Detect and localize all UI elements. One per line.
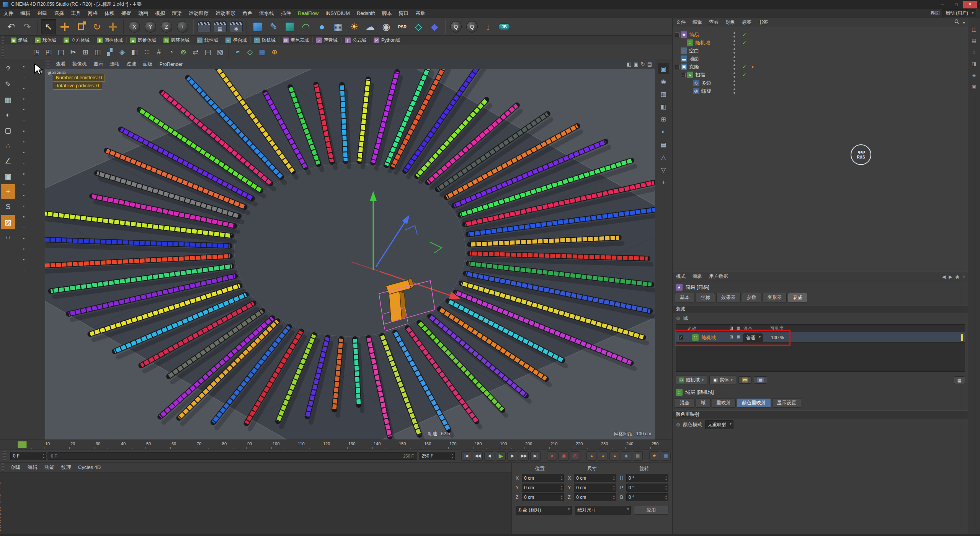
view-strip-icon-8[interactable]: △ <box>658 151 669 163</box>
modeling-tool-20[interactable]: ▦ <box>256 46 268 58</box>
left-palette-icon-17[interactable]: ▪ <box>18 233 29 243</box>
menu-网格[interactable]: 网格 <box>84 9 101 18</box>
coord-field-位置-Z[interactable]: 0 cm▲▼ <box>522 493 564 501</box>
menu-窗口[interactable]: 窗口 <box>395 9 412 18</box>
search-icon[interactable] <box>954 19 960 26</box>
reset-psr-button[interactable]: PSR <box>395 19 410 34</box>
field-layer-row[interactable]: ✓∷∷随机域◨▦普通100 % <box>676 332 965 343</box>
modeling-tool-15[interactable]: ▤ <box>202 46 214 58</box>
field-enabled-checkbox[interactable]: ✓ <box>678 335 683 340</box>
help-tool[interactable]: ? <box>1 62 15 76</box>
plugin-jb-icon[interactable]: JB <box>497 19 512 34</box>
field-button-圆柱体域[interactable]: ▮圆柱体域 <box>93 36 126 45</box>
modeling-tool-6[interactable]: ◫ <box>92 46 103 58</box>
menu-INSYDIUM[interactable]: INSYDIUM <box>322 9 353 18</box>
menu-流水线[interactable]: 流水线 <box>256 9 278 18</box>
visibility-dots[interactable] <box>733 72 736 78</box>
field-button-Python域[interactable]: PPython域 <box>370 36 403 45</box>
timeline-range-slider[interactable]: 0 F250 F <box>47 452 417 460</box>
keyframe-pla-toggle[interactable]: ▦ <box>633 451 643 461</box>
field-button-声音域[interactable]: ♪声音域 <box>313 36 341 45</box>
modeling-tool-5[interactable]: ⊞ <box>80 46 91 58</box>
expander-icon[interactable]: − <box>675 33 679 37</box>
lock-x-axis[interactable]: X <box>127 19 142 34</box>
menu-运动跟踪[interactable]: 运动跟踪 <box>185 9 212 18</box>
menu-角色[interactable]: 角色 <box>239 9 256 18</box>
menu-帮助[interactable]: 帮助 <box>412 9 429 18</box>
viewport-canvas[interactable] <box>45 69 655 440</box>
view-strip-icon-1[interactable]: ▣ <box>658 63 669 74</box>
modeling-tool-11[interactable]: # <box>153 46 165 58</box>
view-strip-icon-9[interactable]: ▽ <box>658 164 669 175</box>
current-frame-field[interactable]: 0 F▲▼ <box>10 452 46 460</box>
coord-field-旋转-P[interactable]: 0 °▲▼ <box>626 484 668 492</box>
enabled-check[interactable]: ✓ <box>742 64 746 70</box>
visibility-dots[interactable] <box>733 31 736 38</box>
menu-运动图形[interactable]: 运动图形 <box>212 9 239 18</box>
menu-创建[interactable]: 创建 <box>34 9 51 18</box>
menu-脚本[interactable]: 脚本 <box>378 9 395 18</box>
menu-捕捉[interactable]: 捕捉 <box>118 9 135 18</box>
layout-dropdown[interactable]: 启动 (用户) <box>942 9 976 17</box>
tab-坐标[interactable]: 坐标 <box>696 293 715 302</box>
sphere-generator[interactable]: ● <box>314 19 330 34</box>
left-palette-icon-20[interactable]: ▫ <box>18 265 29 275</box>
coord-field-尺寸-Y[interactable]: 0 cm▲▼ <box>574 484 616 492</box>
visibility-dots[interactable] <box>733 64 736 70</box>
rail-icon-6[interactable]: ▣ <box>970 82 978 91</box>
spinner-icon[interactable]: ▲▼ <box>451 453 454 459</box>
field-button-圆环体域[interactable]: ◎圆环体域 <box>160 36 193 45</box>
rail-icon-5[interactable]: ◈ <box>970 71 978 79</box>
field-quick-add-button[interactable]: ∷随机域▾ <box>676 376 707 384</box>
enabled-check[interactable]: ✓ <box>742 72 746 78</box>
modeling-tool-12[interactable]: ◔ <box>165 46 177 58</box>
object-row-地面[interactable]: ▬地面 <box>673 55 968 63</box>
field-button-圆锥体域[interactable]: ▲圆锥体域 <box>127 36 160 45</box>
layer-tab-颜色重映射[interactable]: 颜色重映射 <box>737 398 771 408</box>
edges-mode[interactable]: ∠ <box>1 154 15 168</box>
attr-menu-用户数据[interactable]: 用户数据 <box>706 273 732 280</box>
blend-mode-dropdown[interactable]: 普通 <box>743 333 763 342</box>
view-strip-icon-3[interactable]: ▦ <box>658 88 669 100</box>
play-button[interactable]: ▶ <box>496 451 506 461</box>
object-row-扫描[interactable]: −≈扫描✓ <box>673 71 968 79</box>
left-palette-icon-1[interactable]: ▪ <box>18 62 29 72</box>
visibility-dots[interactable] <box>733 80 736 87</box>
live-selection-tool[interactable]: ↖ <box>41 19 56 34</box>
tab-效果器[interactable]: 效果器 <box>716 293 741 302</box>
spinner-icon[interactable]: ▲▼ <box>560 475 563 481</box>
apply-button[interactable]: 应用 <box>634 506 668 515</box>
object-row-随机域[interactable]: ∷随机域✓ <box>673 39 968 47</box>
modeling-tool-13[interactable]: ⊚ <box>178 46 189 58</box>
material-menu-编辑[interactable]: 编辑 <box>24 464 41 471</box>
left-palette-icon-12[interactable]: ▫ <box>18 180 29 190</box>
tab-变形器[interactable]: 变形器 <box>763 293 787 302</box>
keyframe-rotation-toggle[interactable]: ● <box>609 451 619 461</box>
viewport-menu-显示[interactable]: 显示 <box>90 61 107 67</box>
left-palette-icon-15[interactable]: ▪ <box>18 212 29 222</box>
visibility-dots[interactable] <box>733 39 736 46</box>
add-cube-object[interactable] <box>250 19 265 34</box>
scale-tool[interactable] <box>73 19 88 34</box>
left-palette-icon-14[interactable]: ▫ <box>18 201 29 211</box>
folder-layer-button[interactable]: ▭ <box>738 376 751 384</box>
om-menu-书签[interactable]: 书签 <box>755 19 771 26</box>
make-editable-tool[interactable]: ✎ <box>1 77 15 92</box>
viewport-menu-选项[interactable]: 选项 <box>107 61 123 67</box>
enabled-check[interactable]: ✓ <box>742 32 746 38</box>
close-button[interactable]: ✕ <box>963 1 977 8</box>
object-row-空白[interactable]: +空白 <box>673 47 968 55</box>
viewport-layout-icon[interactable]: ◧ <box>627 61 631 67</box>
record-options-button[interactable]: ◎ <box>570 451 580 461</box>
attr-menu-编辑[interactable]: 编辑 <box>689 273 706 280</box>
om-menu-查看[interactable]: 查看 <box>706 19 722 26</box>
menu-模拟[interactable]: 模拟 <box>152 9 168 18</box>
field-button-立方体域[interactable]: ■立方体域 <box>60 36 93 45</box>
modeling-tool-7[interactable]: ▞ <box>104 46 116 58</box>
layer-tab-域[interactable]: 域 <box>696 398 710 408</box>
layer-tab-混合[interactable]: 混合 <box>675 398 694 408</box>
expander-icon[interactable]: − <box>675 65 679 69</box>
coord-mode-dropdown[interactable]: 对象 (相对) <box>516 506 572 515</box>
rail-icon-4[interactable]: ◨ <box>970 59 978 68</box>
history-forward-icon[interactable]: ▶ <box>949 274 952 279</box>
